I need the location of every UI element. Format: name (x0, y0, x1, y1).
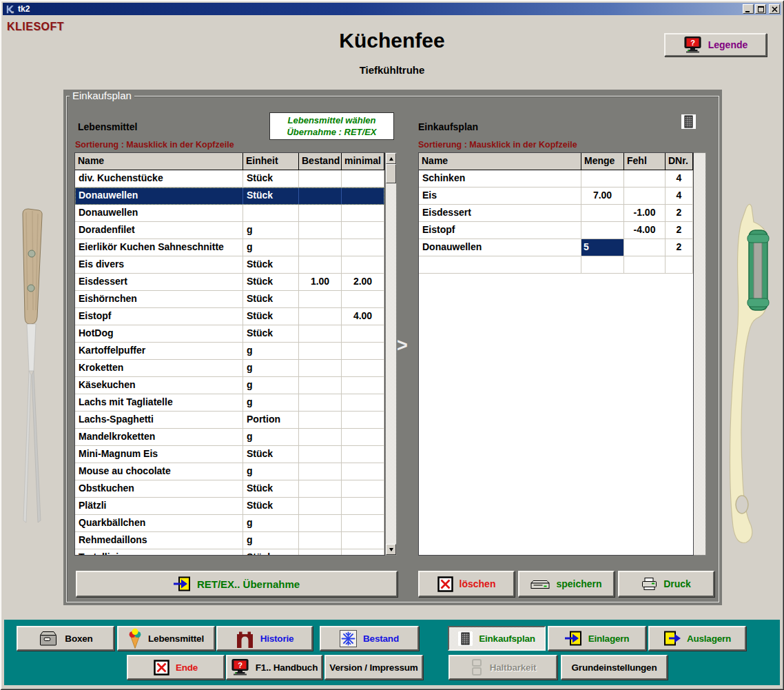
ret-ex-uebernahme-button[interactable]: RET/EX.. Übernahme (76, 571, 398, 597)
einkaufsplan-table-scroll-track (694, 152, 706, 556)
table-row[interactable]: Eierlikör Kuchen Sahneschnitteg (75, 239, 384, 256)
cell-name (419, 256, 581, 274)
cell-fehl (624, 256, 666, 274)
table-row[interactable]: Quarkbällcheng (75, 515, 384, 532)
table-row[interactable]: Mandelkroketteng (75, 429, 384, 446)
legende-button[interactable]: ? Legende (664, 33, 767, 57)
cell-minimal (342, 429, 384, 446)
cell-menge: 5 (581, 239, 624, 256)
column-header[interactable]: Fehl (624, 153, 666, 170)
minimize-button[interactable] (743, 4, 754, 14)
column-header[interactable]: Name (75, 153, 243, 170)
cell-minimal (342, 412, 384, 429)
toolbar-button-ende[interactable]: Ende (127, 655, 225, 680)
maximize-button[interactable] (755, 4, 766, 14)
toolbar-button-historie[interactable]: Historie (216, 626, 313, 651)
cell-name: Doradenfilet (75, 222, 243, 239)
toolbar-button-f1-handbuch[interactable]: ?F1.. Handbuch (226, 655, 322, 680)
einkaufsplan-label: Einkaufsplan (418, 121, 478, 132)
table-row[interactable]: PlätzliStück (75, 498, 384, 515)
table-row[interactable]: HotDogStück (75, 325, 384, 343)
table-row[interactable]: Lachs-SpaghettiPortion (75, 412, 384, 429)
toolbar-button-grundeinstellungen[interactable]: Grundeinstellungen (561, 655, 668, 680)
title-bar[interactable]: tk2 (3, 3, 781, 15)
toolbar-button-version-impressum[interactable]: Version / Impressum (324, 655, 423, 680)
cell-name: Mouse au chocolate (75, 463, 243, 480)
scroll-down-button[interactable] (386, 544, 396, 555)
table-row[interactable]: Käsekucheng (75, 377, 384, 394)
toolbar-button-einkaufsplan[interactable]: Einkaufsplan (448, 626, 546, 651)
table-row[interactable]: EishörnchenStück (75, 291, 384, 308)
table-row[interactable]: Eis diversStück (75, 256, 384, 274)
cell-minimal (342, 256, 384, 274)
close-button[interactable] (769, 4, 780, 14)
cell-einheit: g (243, 532, 299, 549)
toolbar-button-bestand[interactable]: Bestand (320, 626, 419, 651)
cell-dnr: 2 (666, 222, 693, 239)
table-row[interactable]: Eisdessert-1.002 (419, 205, 693, 222)
cell-dnr: 2 (666, 239, 693, 256)
toolbar-button-lebensmittel[interactable]: Lebensmittel (117, 626, 215, 651)
cell-minimal (342, 222, 384, 239)
cell-bestand (299, 239, 342, 256)
cell-menge (581, 256, 624, 274)
cell-bestand (299, 480, 342, 498)
druck-button[interactable]: Druck (618, 571, 714, 597)
table-row[interactable]: Lachs mit Tagliatelleg (75, 394, 384, 412)
cell-bestand (299, 463, 342, 480)
column-header[interactable]: Bestand (299, 153, 342, 170)
cell-name: Quarkbällchen (75, 515, 243, 532)
column-header[interactable]: Name (419, 153, 581, 170)
carving-fork-photo (10, 207, 55, 530)
toolbar-button-label: Lebensmittel (148, 633, 204, 644)
cell-minimal (342, 170, 384, 187)
cell-bestand (299, 446, 342, 463)
table-row[interactable]: Schinken4 (419, 170, 693, 187)
cell-einheit (243, 205, 299, 222)
scroll-up-button[interactable] (386, 153, 396, 164)
cell-name: Eisdessert (419, 205, 581, 222)
toolbar-button-label: Ende (176, 662, 198, 673)
column-header[interactable]: Einheit (243, 153, 299, 170)
table-row[interactable]: div. KuchenstückeStück (75, 170, 384, 187)
info-line-2: Übernahme : RET/EX (287, 126, 376, 138)
table-row[interactable]: Mini-Magnum EisStück (75, 446, 384, 463)
table-row[interactable]: Kroketteng (75, 360, 384, 377)
scrollbar[interactable] (385, 152, 397, 556)
table-row[interactable]: Donauwellen52 (419, 239, 693, 256)
table-row[interactable]: Donauwellen (75, 205, 384, 222)
import-icon (565, 631, 582, 646)
cell-einheit: g (243, 360, 299, 377)
speichern-button[interactable]: speichern (518, 571, 615, 597)
table-row[interactable]: Rehmedaillonsg (75, 532, 384, 549)
svg-text:?: ? (238, 661, 243, 669)
column-header[interactable]: Menge (581, 153, 624, 170)
table-row[interactable]: EisdessertStück1.002.00 (75, 274, 384, 291)
cell-einheit: g (243, 343, 299, 360)
table-row[interactable]: Eis7.004 (419, 187, 693, 205)
grid-icon (458, 631, 473, 646)
toolbar-button-auslagern[interactable]: Auslagern (648, 626, 746, 651)
cell-minimal (342, 549, 384, 555)
export-icon (663, 631, 681, 646)
scrollbar-thumb[interactable] (386, 164, 396, 183)
table-row[interactable]: ObstkuchenStück (75, 480, 384, 498)
cell-fehl (624, 239, 666, 256)
table-row[interactable]: Mouse au chocolateg (75, 463, 384, 480)
speichern-label: speichern (556, 578, 601, 589)
table-row[interactable]: EistopfStück4.00 (75, 308, 384, 325)
toolbar-button-boxen[interactable]: Boxen (17, 626, 114, 651)
table-row[interactable]: Eistopf-4.002 (419, 222, 693, 239)
toolbar-button-einlagern[interactable]: Einlagern (548, 626, 646, 651)
loeschen-button[interactable]: löschen (418, 571, 515, 597)
table-row[interactable]: TortelliniStück (75, 549, 384, 555)
table-row[interactable]: Kartoffelpufferg (75, 343, 384, 360)
cell-name: Eishörnchen (75, 291, 243, 308)
table-row[interactable]: Doradenfiletg (75, 222, 384, 239)
ghost-icon (470, 658, 484, 676)
cell-name: Eis (419, 187, 581, 205)
table-row[interactable]: DonauwellenStück (75, 187, 384, 205)
column-header[interactable]: DNr. (666, 153, 693, 170)
column-header[interactable]: minimal (342, 153, 384, 170)
lebensmittel-rows: div. KuchenstückeStückDonauwellenStückDo… (75, 170, 384, 555)
